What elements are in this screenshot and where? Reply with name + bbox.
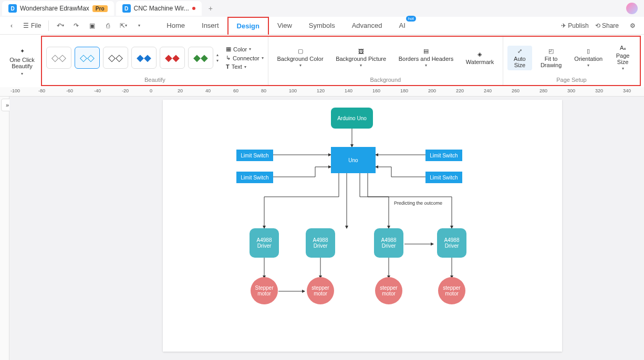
redo-button[interactable]: ↷ <box>69 18 84 33</box>
autosize-icon: ⤢ <box>517 48 522 55</box>
pro-badge: Pro <box>92 5 108 12</box>
back-button[interactable]: ‹ <box>4 18 19 33</box>
title-bar: D Wondershare EdrawMax Pro D CNC Machine… <box>0 0 644 17</box>
hot-badge: hot <box>406 16 416 22</box>
node-driver-2[interactable]: A4988 Driver <box>306 228 335 258</box>
connector-dropdown[interactable]: ↳ Connector▾ <box>226 55 264 61</box>
pagesetup-group-label: Page Setup <box>507 77 636 84</box>
pagesize-icon: A₄ <box>620 45 626 51</box>
share-button[interactable]: ⟲ Share <box>595 22 619 29</box>
text-dropdown[interactable]: T Text▾ <box>226 63 264 70</box>
node-motor-4[interactable]: stepper motor <box>438 277 465 304</box>
tab-insert[interactable]: Insert <box>193 17 227 35</box>
sparkle-icon: ✦ <box>20 48 25 55</box>
unsaved-dot-icon <box>192 7 195 10</box>
node-motor-3[interactable]: stepper motor <box>375 277 402 304</box>
orientation-button[interactable]: ▯Orientation▾ <box>570 46 607 70</box>
design-ribbon: ✦ One Click Beautify ▾ ◇◇ ◇◇ ◇◇ ◆◆ ◆◆ ◆◆… <box>41 36 641 86</box>
diagram-edges: Predicting the outcome <box>163 100 562 352</box>
background-group-label: Background <box>273 77 498 84</box>
more-button[interactable]: ▾ <box>132 18 147 33</box>
node-arduino[interactable]: Arduino Uno <box>331 108 373 129</box>
theme-1[interactable]: ◇◇ <box>46 47 71 69</box>
file-menu[interactable]: ☰ File <box>20 22 44 29</box>
tab-advanced[interactable]: Advanced <box>344 17 391 35</box>
menubar: ‹ ☰ File ↶▾ ↷ ▣ ⎙ ⇱▾ ▾ Home Insert Desig… <box>0 17 644 35</box>
print-button[interactable]: ⎙ <box>100 18 115 33</box>
border-icon: ▤ <box>423 48 429 55</box>
one-click-beautify-button[interactable]: ✦ One Click Beautify ▾ <box>3 37 41 87</box>
vertical-ruler: » <box>0 97 9 360</box>
node-driver-4[interactable]: A4988 Driver <box>437 228 466 258</box>
theme-2[interactable]: ◇◇ <box>75 47 100 69</box>
bgpic-icon: 🖼 <box>358 48 364 55</box>
color-dropdown[interactable]: ▦ Color▾ <box>226 46 264 52</box>
canvas[interactable]: Predicting the outcome Arduino Uno Uno L… <box>9 97 644 360</box>
node-motor-2[interactable]: stepper motor <box>307 277 334 304</box>
tab-symbols[interactable]: Symbols <box>300 17 344 35</box>
theme-up[interactable]: ▴ <box>216 52 219 57</box>
horizontal-ruler: -100-80-60-40-20020406080100120140160180… <box>0 87 644 97</box>
background-color-button[interactable]: ▢Background Color▾ <box>273 46 328 70</box>
tab-design[interactable]: Design <box>227 17 269 35</box>
orientation-icon: ▯ <box>587 48 590 55</box>
node-limit-switch-2[interactable]: Limit Switch <box>236 172 273 183</box>
fit-icon: ◰ <box>548 48 554 55</box>
theme-6[interactable]: ◆◆ <box>188 47 213 69</box>
ribbon-tabs: Home Insert Design View Symbols Advanced… <box>158 17 413 35</box>
settings-icon[interactable]: ⚙ <box>625 18 640 33</box>
doc-title: CNC Machine Wir... <box>134 5 189 12</box>
publish-button[interactable]: ✈ Publish <box>561 22 589 29</box>
theme-3[interactable]: ◇◇ <box>103 47 128 69</box>
edge-label: Predicting the outcome <box>394 200 442 206</box>
tab-view[interactable]: View <box>269 17 300 35</box>
watermark-icon: ◈ <box>477 51 482 58</box>
beautify-group-label: Beautify <box>46 77 264 84</box>
export-button[interactable]: ⇱▾ <box>116 18 131 33</box>
page: Predicting the outcome Arduino Uno Uno L… <box>163 100 562 352</box>
app-tab[interactable]: D Wondershare EdrawMax Pro <box>2 1 114 16</box>
document-tab[interactable]: D CNC Machine Wir... <box>116 1 202 16</box>
node-driver-3[interactable]: A4988 Driver <box>374 228 403 258</box>
node-limit-switch-3[interactable]: Limit Switch <box>425 150 462 161</box>
watermark-button[interactable]: ◈Watermark <box>462 49 498 67</box>
add-tab-button[interactable]: + <box>207 5 214 12</box>
app-name: Wondershare EdrawMax <box>20 5 89 12</box>
auto-size-button[interactable]: ⤢Auto Size <box>507 46 532 70</box>
theme-4[interactable]: ◆◆ <box>131 47 157 69</box>
connector-icon: ↳ <box>226 55 231 61</box>
undo-button[interactable]: ↶▾ <box>53 18 68 33</box>
theme-down[interactable]: ▾ <box>216 58 219 63</box>
doc-logo-icon: D <box>122 4 131 13</box>
node-uno[interactable]: Uno <box>331 147 376 173</box>
user-avatar[interactable] <box>626 3 638 14</box>
theme-5[interactable]: ◆◆ <box>160 47 185 69</box>
node-limit-switch-1[interactable]: Limit Switch <box>236 150 273 161</box>
borders-headers-button[interactable]: ▤Borders and Headers▾ <box>394 46 458 70</box>
text-icon: T <box>226 63 230 70</box>
app-logo-icon: D <box>8 4 17 13</box>
page-size-button[interactable]: A₄Page Size▾ <box>610 43 636 73</box>
tab-home[interactable]: Home <box>158 17 193 35</box>
node-driver-1[interactable]: A4988 Driver <box>250 228 279 258</box>
fit-to-drawing-button[interactable]: ◰Fit to Drawing <box>535 46 567 70</box>
palette-icon: ▦ <box>226 46 231 52</box>
bgcolor-icon: ▢ <box>298 48 303 55</box>
node-limit-switch-4[interactable]: Limit Switch <box>425 172 462 183</box>
tab-ai[interactable]: AIhot <box>391 17 414 35</box>
save-button[interactable]: ▣ <box>85 18 99 33</box>
node-motor-1[interactable]: Stepper motor <box>251 277 278 304</box>
background-picture-button[interactable]: 🖼Background Picture▾ <box>331 46 390 70</box>
